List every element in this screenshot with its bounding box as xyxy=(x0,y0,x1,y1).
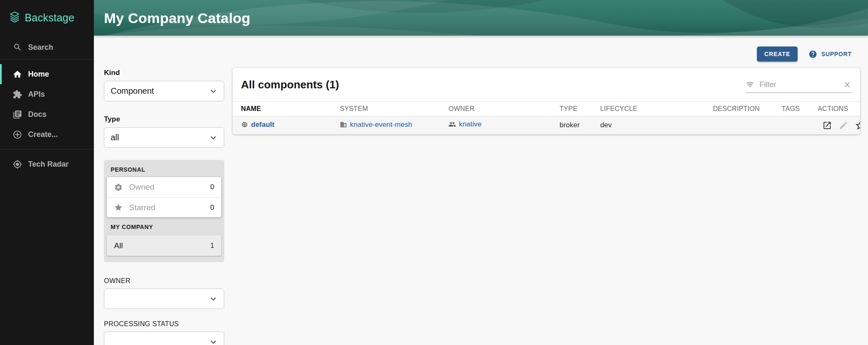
table-card-header: All components (1) xyxy=(233,68,860,101)
support-button[interactable]: SUPPORT xyxy=(808,50,852,59)
column-header-type[interactable]: TYPE xyxy=(560,102,600,116)
table-title: All components (1) xyxy=(241,79,339,90)
all-count: 1 xyxy=(210,242,214,250)
owner-label: OWNER xyxy=(104,277,224,285)
sidebar-item-create[interactable]: Create... xyxy=(0,124,94,144)
lifecycle-cell: dev xyxy=(600,116,713,134)
column-header-description[interactable]: DESCRIPTION xyxy=(713,102,782,116)
personal-card: Owned 0 Starred 0 xyxy=(107,177,221,217)
type-cell: broker xyxy=(560,116,600,134)
sidebar-item-label: Docs xyxy=(28,110,47,119)
edit-icon[interactable] xyxy=(839,121,848,130)
gear-icon xyxy=(114,183,123,192)
personal-panel: PERSONAL Owned 0 xyxy=(104,160,224,262)
description-cell xyxy=(713,116,782,134)
column-header-owner[interactable]: OWNER xyxy=(448,102,560,116)
page-title: My Company Catalog xyxy=(104,10,250,26)
backstage-logo-icon xyxy=(8,11,21,25)
owned-count: 0 xyxy=(210,183,214,191)
chevron-down-icon xyxy=(208,337,219,345)
column-header-name[interactable]: NAME xyxy=(233,102,340,116)
column-header-system[interactable]: SYSTEM xyxy=(340,102,448,116)
all-filter-item[interactable]: All 1 xyxy=(107,235,221,256)
sidebar-item-search[interactable]: Search xyxy=(0,36,94,59)
components-table: NAME SYSTEM OWNER TYPE LIFECYCLE DESCRIP… xyxy=(233,101,860,134)
filter-panel: Kind Component Type all xyxy=(104,68,224,345)
sidebar-item-label: Search xyxy=(28,43,53,52)
component-name-text: default xyxy=(251,121,275,129)
puzzle-icon xyxy=(13,90,22,99)
table-filter-input[interactable] xyxy=(759,80,839,90)
sidebar-item-label: APIs xyxy=(28,90,45,99)
help-icon xyxy=(808,50,817,59)
components-table-card: All components (1) xyxy=(233,68,860,134)
component-name-link[interactable]: default xyxy=(241,121,275,129)
type-select[interactable]: all xyxy=(104,127,224,148)
owner-link[interactable]: knative xyxy=(448,120,482,129)
search-icon xyxy=(13,43,22,52)
kind-label: Kind xyxy=(104,69,224,77)
star-icon xyxy=(114,203,123,212)
sidebar-item-label: Create... xyxy=(28,130,58,139)
company-title: MY COMPANY xyxy=(104,217,224,234)
chevron-down-icon xyxy=(208,294,219,304)
starred-label: Starred xyxy=(129,203,155,212)
docs-icon xyxy=(13,110,22,119)
table-header-row: NAME SYSTEM OWNER TYPE LIFECYCLE DESCRIP… xyxy=(233,102,860,116)
tags-cell xyxy=(782,116,818,134)
type-select-value: all xyxy=(111,133,119,142)
owner-link-text: knative xyxy=(459,120,482,129)
sidebar-item-tech-radar[interactable]: Tech Radar xyxy=(0,154,94,174)
clear-filter-icon[interactable] xyxy=(843,80,852,89)
column-header-tags[interactable]: TAGS xyxy=(782,102,818,116)
sidebar-item-apis[interactable]: APIs xyxy=(0,84,94,104)
group-icon xyxy=(448,121,456,128)
star-border-icon[interactable] xyxy=(855,120,860,131)
personal-title: PERSONAL xyxy=(104,160,224,177)
processing-status-select[interactable] xyxy=(104,332,224,345)
owned-label: Owned xyxy=(129,183,154,192)
chevron-down-icon xyxy=(208,86,219,97)
backstage-logo-text: Backstage xyxy=(25,12,75,24)
system-link[interactable]: knative-event-mesh xyxy=(340,121,412,129)
sidebar-item-home[interactable]: Home xyxy=(0,64,94,84)
radar-icon xyxy=(13,160,22,169)
content: CREATE SUPPORT Kind Component xyxy=(94,36,868,345)
processing-status-label: PROCESSING STATUS xyxy=(104,320,224,328)
backstage-app: Backstage Search Home APIs Doc xyxy=(0,0,868,345)
filter-icon xyxy=(746,80,754,89)
sidebar-item-label: Home xyxy=(28,70,49,79)
system-link-text: knative-event-mesh xyxy=(350,121,412,129)
column-header-actions: ACTIONS xyxy=(818,102,860,116)
sidebar-item-docs[interactable]: Docs xyxy=(0,104,94,124)
all-label: All xyxy=(114,241,123,250)
sidebar: Backstage Search Home APIs Doc xyxy=(0,0,94,345)
kind-select[interactable]: Component xyxy=(104,81,224,101)
support-label: SUPPORT xyxy=(821,51,852,57)
home-icon xyxy=(13,70,22,79)
toolbar: CREATE SUPPORT xyxy=(104,46,860,62)
starred-filter-item[interactable]: Starred 0 xyxy=(107,197,221,217)
open-in-new-icon[interactable] xyxy=(822,121,832,130)
kind-select-value: Component xyxy=(111,86,154,96)
starred-count: 0 xyxy=(210,203,214,212)
owned-filter-item[interactable]: Owned 0 xyxy=(107,177,221,197)
table-row[interactable]: default knative-event-mesh xyxy=(233,116,860,134)
column-header-lifecycle[interactable]: LIFECYCLE xyxy=(600,102,713,116)
chip-icon xyxy=(241,121,248,128)
sidebar-item-label: Tech Radar xyxy=(28,160,69,169)
create-button[interactable]: CREATE xyxy=(757,46,798,62)
page-header: My Company Catalog xyxy=(94,0,868,36)
chevron-down-icon xyxy=(208,132,219,143)
owner-select[interactable] xyxy=(104,288,224,309)
building-icon xyxy=(340,121,347,128)
backstage-logo[interactable]: Backstage xyxy=(0,0,94,36)
type-label: Type xyxy=(104,115,224,124)
table-filter-field xyxy=(746,80,852,93)
add-circle-icon xyxy=(13,130,22,139)
main-area: My Company Catalog CREATE SUPPORT Kind C… xyxy=(94,0,868,345)
